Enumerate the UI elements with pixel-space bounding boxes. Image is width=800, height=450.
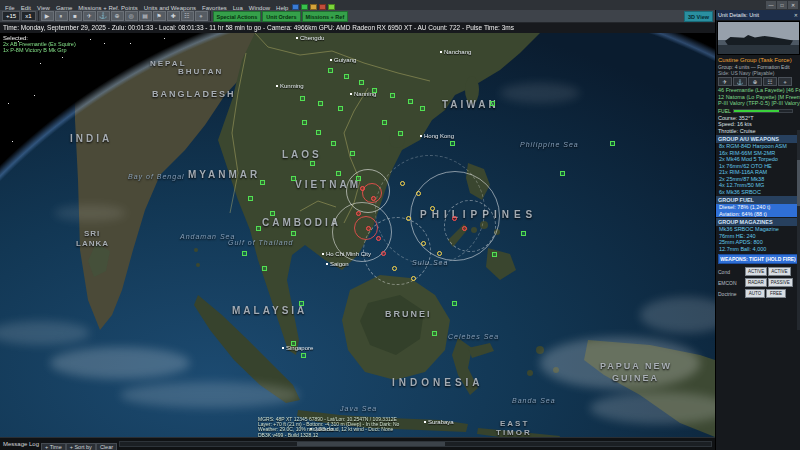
unit-symbol-friendly[interactable]	[336, 171, 341, 176]
log-control--sort-by[interactable]: + Sort by	[66, 443, 96, 450]
unit-symbol-friendly[interactable]	[398, 131, 403, 136]
unit-symbol-hostile[interactable]	[376, 236, 381, 241]
minimize-button[interactable]: —	[766, 1, 776, 9]
unit-symbol-friendly[interactable]	[432, 331, 437, 336]
group-member-link[interactable]: P-III Valory (TFP-0.5) [P-III Valory]	[716, 100, 800, 107]
unit-symbol-friendly[interactable]	[328, 68, 333, 73]
unit-symbol-hostile[interactable]	[356, 211, 361, 216]
unit-symbol-neutral[interactable]	[392, 266, 397, 271]
unit-symbol-friendly[interactable]	[560, 171, 565, 176]
menu-window[interactable]: Window	[246, 5, 273, 11]
menubar-icon-4[interactable]	[328, 4, 335, 10]
map-label-city: Saigon	[326, 261, 349, 267]
menu-view[interactable]: View	[34, 5, 53, 11]
menu-file[interactable]: File	[2, 5, 18, 11]
unit-symbol-neutral[interactable]	[400, 181, 405, 186]
unit-action-button-0[interactable]: ✈	[718, 77, 732, 86]
unit-symbol-friendly[interactable]	[302, 120, 307, 125]
unit-symbol-friendly[interactable]	[450, 141, 455, 146]
unit-symbol-friendly[interactable]	[256, 226, 261, 231]
close-icon[interactable]: ✕	[794, 10, 798, 20]
status-value-box[interactable]: FREE	[766, 289, 786, 298]
unit-symbol-hostile[interactable]	[452, 216, 457, 221]
unit-symbol-hostile[interactable]	[371, 196, 376, 201]
log-control-clear[interactable]: Clear	[96, 443, 117, 450]
unit-symbol-friendly[interactable]	[310, 161, 315, 166]
unit-symbol-friendly[interactable]	[521, 231, 526, 236]
unit-action-button-3[interactable]: ☷	[763, 77, 777, 86]
status-value-box[interactable]: RADAR	[745, 278, 767, 287]
menu-game[interactable]: Game	[53, 5, 75, 11]
scrollbar-thumb[interactable]	[297, 442, 445, 446]
unit-action-button-1[interactable]: ⚓	[733, 77, 747, 86]
unit-symbol-friendly[interactable]	[331, 141, 336, 146]
menubar-icon-2[interactable]	[310, 4, 317, 10]
maximize-button[interactable]: □	[777, 1, 787, 9]
unit-symbol-friendly[interactable]	[291, 231, 296, 236]
unit-symbol-friendly[interactable]	[301, 353, 306, 358]
menu-units-and-weapons[interactable]: Units and Weapons	[141, 5, 199, 11]
unit-symbol-friendly[interactable]	[408, 99, 413, 104]
unit-symbol-hostile[interactable]	[360, 186, 365, 191]
unit-symbol-hostile[interactable]	[381, 251, 386, 256]
status-value-box[interactable]: ACTIVE	[768, 267, 790, 276]
unit-symbol-friendly[interactable]	[382, 120, 387, 125]
menu-edit[interactable]: Edit	[18, 5, 34, 11]
unit-symbol-friendly[interactable]	[490, 101, 495, 106]
unit-symbol-friendly[interactable]	[372, 88, 377, 93]
unit-symbol-friendly[interactable]	[291, 176, 296, 181]
horizontal-scrollbar[interactable]	[119, 441, 712, 447]
status-value-box[interactable]: PASSIVE	[768, 278, 793, 287]
log-control--time[interactable]: + Time	[41, 443, 66, 450]
status-value-box[interactable]: AUTO	[745, 289, 765, 298]
unit-symbol-friendly[interactable]	[344, 74, 349, 79]
unit-symbol-friendly[interactable]	[359, 80, 364, 85]
globe-map[interactable]: NEPALBHUTANBANGLADESHINDIAMYANMARLAOSVIE…	[0, 33, 715, 437]
unit-symbol-hostile[interactable]	[366, 226, 371, 231]
unit-action-button-4[interactable]: ⌖	[778, 77, 792, 86]
section-item-link[interactable]: 6x Mk36 SRBOC	[716, 189, 800, 196]
weapons-state-button[interactable]: WEAPONS: TIGHT (HOLD FIRE)	[718, 254, 798, 264]
menu-missions-ref-points[interactable]: Missions + Ref. Points	[75, 5, 141, 11]
status-value-box[interactable]: ACTIVE	[745, 267, 767, 276]
menu-help[interactable]: Help	[273, 5, 291, 11]
unit-symbol-neutral[interactable]	[430, 206, 435, 211]
unit-symbol-neutral[interactable]	[416, 191, 421, 196]
unit-symbol-friendly[interactable]	[299, 301, 304, 306]
unit-symbol-friendly[interactable]	[338, 106, 343, 111]
unit-symbol-friendly[interactable]	[242, 251, 247, 256]
unit-symbol-friendly[interactable]	[318, 101, 323, 106]
unit-symbol-friendly[interactable]	[260, 180, 265, 185]
unit-name-link[interactable]: Custine Group (Task Force)	[716, 56, 800, 64]
group-member-link[interactable]: 46 Freemantle (La Fayette) [46 Freem]	[716, 87, 800, 94]
unit-symbol-neutral[interactable]	[406, 216, 411, 221]
unit-symbol-friendly[interactable]	[350, 151, 355, 156]
menu-lua[interactable]: Lua	[230, 5, 246, 11]
unit-symbol-neutral[interactable]	[437, 251, 442, 256]
menubar-icon-3[interactable]	[319, 4, 326, 10]
menubar-icon-1[interactable]	[301, 4, 308, 10]
unit-symbol-friendly[interactable]	[452, 301, 457, 306]
unit-action-button-2[interactable]: ⊕	[748, 77, 762, 86]
section-item-link[interactable]: 12.7mm Ball: 4,000	[716, 246, 800, 253]
unit-symbol-neutral[interactable]	[421, 241, 426, 246]
unit-symbol-friendly[interactable]	[390, 93, 395, 98]
unit-symbol-friendly[interactable]	[356, 176, 361, 181]
unit-symbol-neutral[interactable]	[411, 276, 416, 281]
unit-symbol-friendly[interactable]	[316, 130, 321, 135]
unit-symbol-hostile[interactable]	[462, 226, 467, 231]
menubar-icon-0[interactable]	[292, 4, 299, 10]
unit-symbol-friendly[interactable]	[270, 211, 275, 216]
unit-symbol-friendly[interactable]	[291, 341, 296, 346]
unit-symbol-friendly[interactable]	[262, 266, 267, 271]
unit-symbol-friendly[interactable]	[420, 106, 425, 111]
unit-symbol-friendly[interactable]	[492, 252, 497, 257]
message-log-label[interactable]: Message Log	[3, 441, 39, 447]
section-item-link[interactable]: Aviation: 64% (88 t)	[716, 211, 800, 218]
toolbar-3d-view-button[interactable]: 3D View	[684, 11, 713, 22]
unit-symbol-friendly[interactable]	[610, 141, 615, 146]
unit-symbol-friendly[interactable]	[300, 96, 305, 101]
close-button[interactable]: ✕	[788, 1, 798, 9]
unit-symbol-friendly[interactable]	[248, 196, 253, 201]
menu-favorites[interactable]: Favorites	[199, 5, 230, 11]
